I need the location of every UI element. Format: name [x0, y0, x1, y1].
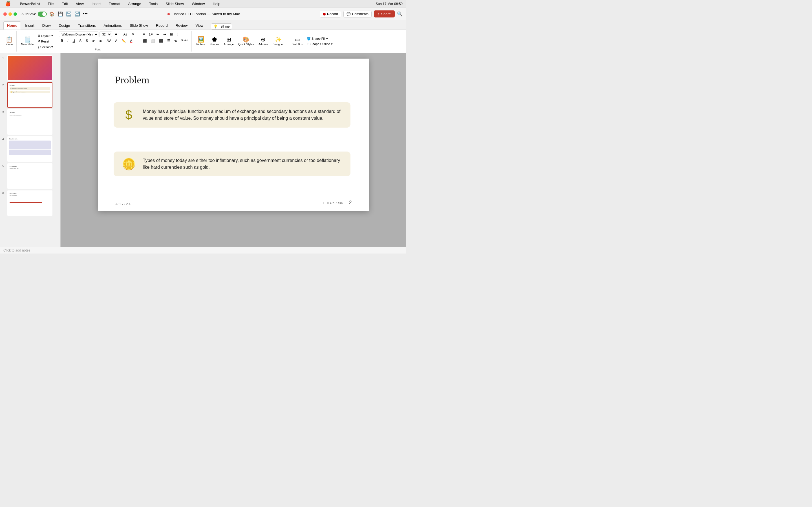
app-name-menu[interactable]: PowerPoint: [18, 1, 42, 6]
apple-menu[interactable]: 🍎: [3, 1, 12, 7]
font-clear-icon[interactable]: ✕: [130, 32, 136, 37]
notes-bar[interactable]: Click to add notes: [0, 247, 406, 253]
slide-title[interactable]: Problem: [115, 74, 149, 86]
bullets-button[interactable]: ≡: [141, 32, 146, 37]
tab-record[interactable]: Record: [152, 21, 171, 30]
menu-arrange[interactable]: Arrange: [126, 1, 143, 6]
strikethrough-button[interactable]: S: [78, 38, 83, 44]
shape-fill-button[interactable]: 🪣 Shape Fill ▾: [306, 36, 334, 41]
menu-file[interactable]: File: [46, 1, 56, 6]
text-box-button[interactable]: ▭ Text Box: [290, 36, 305, 47]
text-color-button[interactable]: A: [128, 38, 134, 44]
columns-button[interactable]: ⊟: [168, 32, 174, 37]
align-left-button[interactable]: ⬛: [141, 38, 149, 44]
maximize-button[interactable]: [13, 12, 17, 16]
content-box-2[interactable]: 🪙 Types of money today are either too in…: [114, 152, 350, 176]
align-center-button[interactable]: ⬜: [149, 38, 157, 44]
justify-button[interactable]: ☰: [165, 38, 172, 44]
increase-indent-button[interactable]: ⇥: [161, 32, 168, 37]
undo-icon[interactable]: ↩️: [66, 11, 71, 17]
new-slide-icon: 🗒️: [24, 37, 31, 42]
slide-thumbnail-2[interactable]: 2 Problem $Money has a principal functio…: [2, 82, 58, 108]
section-button[interactable]: § Section ▾: [37, 45, 54, 49]
tab-transitions[interactable]: Transitions: [74, 21, 99, 30]
font-color-button[interactable]: A: [113, 38, 119, 44]
char-spacing-button[interactable]: AV: [105, 38, 112, 44]
save-icon[interactable]: 💾: [57, 11, 63, 17]
slide-num-4: 4: [2, 137, 6, 141]
tab-home[interactable]: Home: [3, 21, 21, 30]
picture-button[interactable]: 🖼️ Picture: [195, 36, 207, 47]
shape-outline-label: Shape Outline: [310, 42, 330, 46]
smart-art-button[interactable]: SmArt: [179, 38, 190, 44]
record-button[interactable]: Record: [320, 11, 341, 17]
highlight-button[interactable]: ✏️: [120, 38, 128, 44]
font-decrease-icon[interactable]: A↓: [121, 32, 129, 37]
bold-button[interactable]: B: [59, 38, 65, 44]
quick-styles-button[interactable]: 🎨 Quick Styles: [237, 36, 256, 47]
designer-button[interactable]: ✨ Designer: [271, 36, 286, 47]
tab-review[interactable]: Review: [172, 21, 192, 30]
slide-thumbnail-5[interactable]: 5 Challenges Challenge content here...: [2, 163, 58, 189]
underline-button[interactable]: U: [71, 38, 77, 44]
font-increase-icon[interactable]: A↑: [113, 32, 120, 37]
slide-canvas[interactable]: Problem $ Money has a principal function…: [98, 59, 369, 211]
shape-outline-button[interactable]: ⬡ Shape Outline ▾: [306, 42, 334, 47]
text-direction-button[interactable]: ⟲: [172, 38, 179, 44]
align-right-button[interactable]: ⬛: [157, 38, 165, 44]
slide-thumbnail-3[interactable]: 3 Solution Content about solution...: [2, 109, 58, 135]
record-dot-icon: [323, 13, 326, 15]
menu-insert[interactable]: Insert: [90, 1, 103, 6]
tab-design[interactable]: Design: [55, 21, 73, 30]
slide-num-6: 6: [2, 191, 6, 195]
comments-button[interactable]: 💬 Comments: [343, 11, 371, 17]
slide-num-1: 1: [2, 56, 6, 60]
home-icon[interactable]: 🏠: [49, 11, 55, 17]
slide-thumbnail-4[interactable]: 4 Solution cont.: [2, 136, 58, 162]
slide-thumbnail-1[interactable]: 1: [2, 55, 58, 80]
menu-help[interactable]: Help: [211, 1, 222, 6]
paste-button[interactable]: 📋 Paste: [4, 36, 15, 47]
autosave-label: AutoSave: [21, 12, 36, 16]
shape-fill-dropdown: ▾: [326, 37, 328, 41]
shapes-icon: ⬟: [212, 37, 217, 42]
font-size-select[interactable]: 32: [100, 32, 112, 37]
search-icon[interactable]: 🔍: [397, 11, 403, 17]
more-icon[interactable]: •••: [83, 11, 88, 17]
new-slide-button[interactable]: 🗒️ New Slide: [19, 36, 36, 47]
menu-view[interactable]: View: [74, 1, 86, 6]
arrange-button[interactable]: ⊞ Arrange: [222, 36, 236, 47]
menu-slideshow[interactable]: Slide Show: [164, 1, 186, 6]
tab-draw[interactable]: Draw: [39, 21, 54, 30]
slide-num-3: 3: [2, 110, 6, 114]
menu-format[interactable]: Format: [107, 1, 122, 6]
tab-insert[interactable]: Insert: [21, 21, 38, 30]
minimize-button[interactable]: [8, 12, 12, 16]
superscript-button[interactable]: x²: [91, 38, 97, 44]
tab-animations[interactable]: Animations: [100, 21, 125, 30]
layout-button[interactable]: ⊞ Layout ▾: [37, 33, 54, 38]
content-box-1[interactable]: $ Money has a principal function as a me…: [114, 102, 350, 128]
add-ins-button[interactable]: ⊕ Add-ins: [257, 36, 270, 47]
shapes-button[interactable]: ⬟ Shapes: [208, 36, 221, 47]
italic-button[interactable]: I: [66, 38, 70, 44]
reset-button[interactable]: ↺ Reset: [37, 39, 54, 44]
share-button[interactable]: ↑ Share: [374, 10, 395, 17]
tab-slideshow[interactable]: Slide Show: [126, 21, 152, 30]
menu-tools[interactable]: Tools: [147, 1, 159, 6]
menu-edit[interactable]: Edit: [60, 1, 69, 6]
slide-thumbnail-6[interactable]: 6 Next Steps Next steps content...: [2, 190, 58, 216]
redo-icon[interactable]: ↪️: [74, 11, 80, 17]
numbering-button[interactable]: 1≡: [147, 32, 154, 37]
close-button[interactable]: [3, 12, 7, 16]
menu-window[interactable]: Window: [190, 1, 206, 6]
font-name-select[interactable]: Walbaum Display (Headi...: [59, 32, 98, 37]
comments-icon: 💬: [347, 12, 351, 16]
autosave-toggle[interactable]: [38, 11, 47, 17]
shadow-button[interactable]: S: [84, 38, 90, 44]
line-spacing-button[interactable]: ↕: [175, 32, 180, 37]
tab-view[interactable]: View: [192, 21, 207, 30]
decrease-indent-button[interactable]: ⇤: [155, 32, 161, 37]
tell-me-button[interactable]: 💡 Tell me: [211, 23, 232, 30]
subscript-button[interactable]: x₂: [98, 38, 104, 44]
